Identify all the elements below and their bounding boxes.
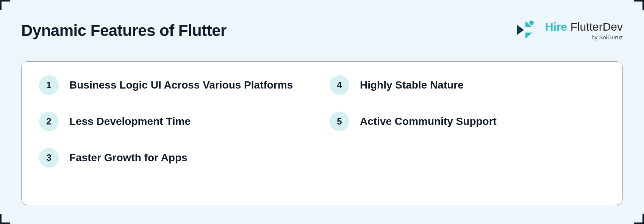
feature-item-1: 1 Business Logic UI Across Various Platf… [39, 75, 314, 95]
feature-item-5: 5 Active Community Support [330, 112, 605, 131]
brand-mark-icon [515, 19, 539, 42]
svg-marker-2 [525, 33, 532, 39]
brand-light: FlutterDev [571, 20, 623, 33]
feature-label: Faster Growth for Apps [69, 152, 188, 164]
brand-strong: Hire [545, 20, 567, 33]
brand-logo: Hire FlutterDev by SolGuruz [515, 19, 623, 42]
crop-mark-bl [0, 214, 10, 224]
feature-item-3: 3 Faster Growth for Apps [39, 148, 314, 168]
features-card: 1 Business Logic UI Across Various Platf… [21, 61, 623, 205]
svg-marker-3 [517, 25, 524, 35]
feature-number: 3 [39, 148, 59, 168]
brand-subtitle: by SolGuruz [591, 34, 623, 40]
feature-number: 1 [39, 75, 59, 95]
crop-mark-tl [0, 0, 10, 10]
feature-number: 5 [330, 112, 349, 131]
feature-label: Less Development Time [69, 115, 191, 128]
feature-number: 4 [330, 75, 349, 95]
header: Dynamic Features of Flutter Hire Flutter… [21, 19, 623, 42]
feature-number: 2 [39, 112, 59, 131]
crop-mark-tr [634, 0, 644, 10]
brand-name: Hire FlutterDev [545, 21, 623, 33]
page-title: Dynamic Features of Flutter [21, 22, 227, 40]
svg-point-0 [529, 20, 534, 25]
crop-mark-br [634, 214, 644, 224]
feature-label: Active Community Support [360, 115, 497, 128]
feature-label: Business Logic UI Across Various Platfor… [69, 79, 293, 91]
feature-label: Highly Stable Nature [360, 79, 464, 91]
feature-item-4: 4 Highly Stable Nature [330, 75, 605, 95]
features-grid: 1 Business Logic UI Across Various Platf… [39, 75, 605, 168]
brand-text: Hire FlutterDev by SolGuruz [545, 21, 623, 40]
feature-item-2: 2 Less Development Time [39, 112, 314, 131]
